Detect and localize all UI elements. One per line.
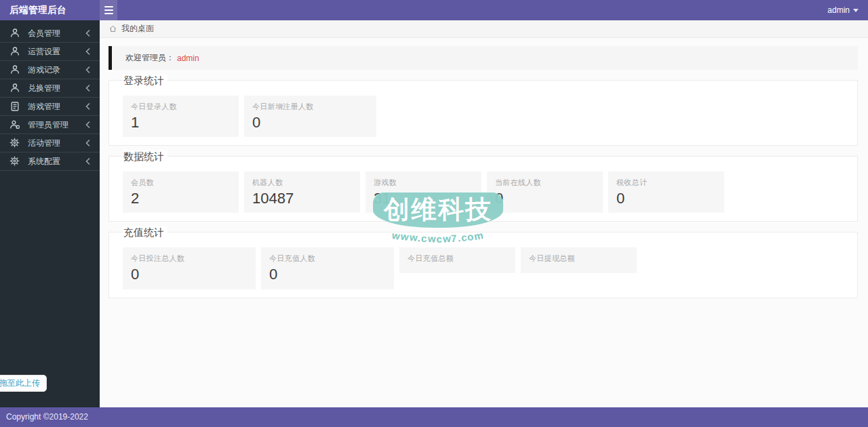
topbar: 后端管理后台 admin bbox=[0, 0, 868, 20]
stat-value: 31 bbox=[374, 190, 473, 207]
stat-label: 今日充值人数 bbox=[269, 253, 386, 264]
sidebar-item-system[interactable]: 系统配置 bbox=[0, 152, 100, 171]
sidebar-item-label: 游戏记录 bbox=[28, 64, 85, 76]
stat-card: 机器人数10487 bbox=[244, 171, 360, 213]
chevron-left-icon bbox=[85, 47, 92, 56]
stat-card: 游戏数31 bbox=[366, 171, 481, 213]
user-icon bbox=[9, 46, 20, 57]
menu-toggle-button[interactable] bbox=[100, 0, 117, 20]
section-title: 充值统计 bbox=[123, 226, 167, 239]
stat-card: 今日登录人数1 bbox=[123, 96, 239, 137]
sidebar-item-label: 运营设置 bbox=[28, 46, 85, 58]
footer-copyright: Copyright ©2019-2022 bbox=[0, 407, 868, 427]
chevron-left-icon bbox=[85, 29, 92, 37]
stat-label: 机器人数 bbox=[252, 178, 352, 188]
chevron-left-icon bbox=[85, 157, 92, 165]
stat-value: 0 bbox=[252, 115, 368, 131]
sidebar-item-exchange[interactable]: 兑换管理 bbox=[0, 79, 100, 98]
section-data-stats: 数据统计会员数2机器人数10487游戏数31当前在线人数0税收总计0 bbox=[108, 156, 858, 222]
content: 欢迎管理员： admin 登录统计今日登录人数1今日新增注册人数0数据统计会员数… bbox=[100, 38, 868, 298]
stat-value: 0 bbox=[495, 190, 595, 207]
chevron-left-icon bbox=[85, 121, 92, 129]
gear-icon bbox=[9, 138, 20, 148]
welcome-username: admin bbox=[177, 54, 199, 63]
section-login-stats: 登录统计今日登录人数1今日新增注册人数0 bbox=[108, 80, 858, 146]
sidebar-item-operations[interactable]: 运营设置 bbox=[0, 43, 100, 61]
stat-label: 税收总计 bbox=[616, 178, 716, 188]
sidebar-item-games[interactable]: 游戏管理 bbox=[0, 98, 100, 116]
stat-card: 会员数2 bbox=[123, 171, 239, 213]
gear-icon bbox=[9, 156, 20, 167]
section-title: 登录统计 bbox=[123, 75, 167, 87]
stat-value: 1 bbox=[131, 115, 231, 131]
stat-label: 今日充值总额 bbox=[408, 253, 507, 264]
welcome-banner: 欢迎管理员： admin bbox=[108, 46, 858, 70]
stat-value: 0 bbox=[131, 266, 248, 283]
sidebar-item-game-records[interactable]: 游戏记录 bbox=[0, 61, 100, 79]
breadcrumb-label: 我的桌面 bbox=[121, 23, 154, 35]
breadcrumb[interactable]: 我的桌面 bbox=[100, 20, 868, 38]
sidebar-item-label: 管理员管理 bbox=[28, 119, 85, 131]
sidebar-item-label: 兑换管理 bbox=[28, 83, 85, 94]
stat-card: 当前在线人数0 bbox=[487, 171, 603, 213]
chevron-down-icon bbox=[853, 9, 859, 12]
sidebar-item-label: 系统配置 bbox=[28, 156, 85, 167]
sidebar-item-members[interactable]: 会员管理 bbox=[0, 24, 100, 43]
user-menu[interactable]: admin bbox=[827, 5, 868, 15]
chevron-left-icon bbox=[85, 102, 92, 110]
stat-card: 今日新增注册人数0 bbox=[244, 96, 376, 137]
stat-card: 今日充值总额 bbox=[399, 247, 515, 273]
stat-card: 今日充值人数0 bbox=[261, 247, 394, 289]
user-icon bbox=[9, 83, 20, 94]
user-icon bbox=[9, 64, 20, 75]
notebook-icon bbox=[9, 101, 20, 112]
stat-label: 会员数 bbox=[131, 178, 231, 188]
section-recharge-stats: 充值统计今日投注总人数0今日充值人数0今日充值总额今日提现总额 bbox=[108, 232, 858, 298]
hamburger-icon bbox=[104, 6, 113, 7]
chevron-left-icon bbox=[85, 66, 92, 74]
stat-card: 税收总计0 bbox=[608, 171, 724, 213]
sidebar-item-label: 游戏管理 bbox=[28, 101, 85, 113]
user-badge-icon bbox=[9, 119, 20, 130]
upload-button[interactable]: 拖至此上传 bbox=[0, 375, 47, 392]
section-title: 数据统计 bbox=[123, 150, 167, 163]
stat-value: 0 bbox=[616, 190, 716, 207]
stat-card: 今日投注总人数0 bbox=[123, 247, 256, 289]
sidebar: 会员管理运营设置游戏记录兑换管理游戏管理管理员管理活动管理系统配置 bbox=[0, 20, 100, 407]
sidebar-item-label: 会员管理 bbox=[28, 28, 85, 39]
stat-label: 今日提现总额 bbox=[529, 253, 629, 264]
stat-value: 0 bbox=[269, 266, 386, 283]
home-icon bbox=[108, 24, 117, 33]
stat-value: 10487 bbox=[252, 190, 352, 207]
stat-card: 今日提现总额 bbox=[521, 247, 637, 273]
sidebar-item-label: 活动管理 bbox=[28, 138, 85, 149]
stat-value: 2 bbox=[131, 190, 231, 207]
sidebar-item-admins[interactable]: 管理员管理 bbox=[0, 116, 100, 134]
user-name: admin bbox=[827, 5, 850, 15]
stat-label: 今日新增注册人数 bbox=[252, 102, 368, 112]
chevron-left-icon bbox=[85, 84, 92, 92]
sidebar-item-activities[interactable]: 活动管理 bbox=[0, 134, 100, 152]
stat-label: 游戏数 bbox=[374, 178, 473, 188]
chevron-left-icon bbox=[85, 139, 92, 147]
stat-label: 今日登录人数 bbox=[131, 102, 231, 112]
stat-label: 当前在线人数 bbox=[495, 178, 595, 188]
app-title: 后端管理后台 bbox=[0, 4, 100, 16]
stat-label: 今日投注总人数 bbox=[131, 253, 248, 264]
welcome-text: 欢迎管理员： bbox=[125, 52, 174, 64]
user-icon bbox=[9, 28, 20, 39]
main-content: 我的桌面 欢迎管理员： admin 登录统计今日登录人数1今日新增注册人数0数据… bbox=[100, 20, 868, 407]
